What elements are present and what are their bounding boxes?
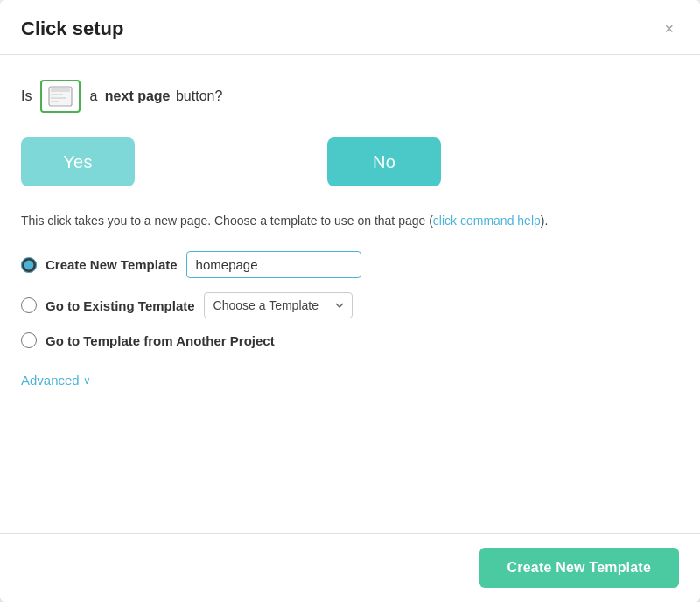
question-prefix: Is	[21, 88, 32, 104]
modal-title: Click setup	[21, 18, 123, 40]
modal-header: Click setup ×	[0, 0, 700, 55]
template-name-input[interactable]	[186, 251, 361, 278]
page-icon	[40, 80, 80, 113]
advanced-toggle[interactable]: Advanced ∨	[21, 373, 91, 388]
options-section: Create New Template Go to Existing Templ…	[21, 251, 679, 348]
option-go-another: Go to Template from Another Project	[21, 332, 679, 348]
question-mid: a next page button?	[89, 88, 222, 104]
svg-rect-3	[51, 97, 66, 99]
svg-rect-4	[51, 101, 60, 102]
chevron-down-icon: ∨	[83, 374, 91, 387]
existing-template-select[interactable]: Choose a Template	[204, 292, 353, 318]
question-row: Is a next page button?	[21, 80, 679, 113]
info-text: This click takes you to a new page. Choo…	[21, 211, 679, 230]
click-setup-modal: Click setup × Is a next page button?	[0, 0, 700, 602]
go-another-label[interactable]: Go to Template from Another Project	[46, 333, 275, 348]
go-another-radio[interactable]	[21, 332, 37, 348]
next-page-bold: next page	[105, 88, 171, 103]
yes-button[interactable]: Yes	[21, 137, 135, 186]
go-existing-label[interactable]: Go to Existing Template	[46, 298, 195, 313]
svg-rect-1	[51, 88, 70, 92]
create-new-radio[interactable]	[21, 257, 37, 273]
advanced-label: Advanced	[21, 373, 80, 388]
create-new-template-button[interactable]: Create New Template	[480, 548, 679, 588]
create-new-label[interactable]: Create New Template	[46, 257, 178, 272]
no-button[interactable]: No	[327, 137, 441, 186]
svg-rect-2	[51, 94, 63, 95]
click-command-help-link[interactable]: click command help	[433, 214, 541, 228]
modal-footer: Create New Template	[0, 533, 700, 602]
option-go-existing: Go to Existing Template Choose a Templat…	[21, 292, 679, 318]
option-create-new: Create New Template	[21, 251, 679, 278]
page-thumbnail-icon	[48, 86, 73, 107]
yes-no-row: Yes No	[21, 137, 679, 186]
close-button[interactable]: ×	[659, 18, 679, 40]
modal-body: Is a next page button? Yes No	[0, 55, 700, 533]
go-existing-radio[interactable]	[21, 298, 37, 313]
